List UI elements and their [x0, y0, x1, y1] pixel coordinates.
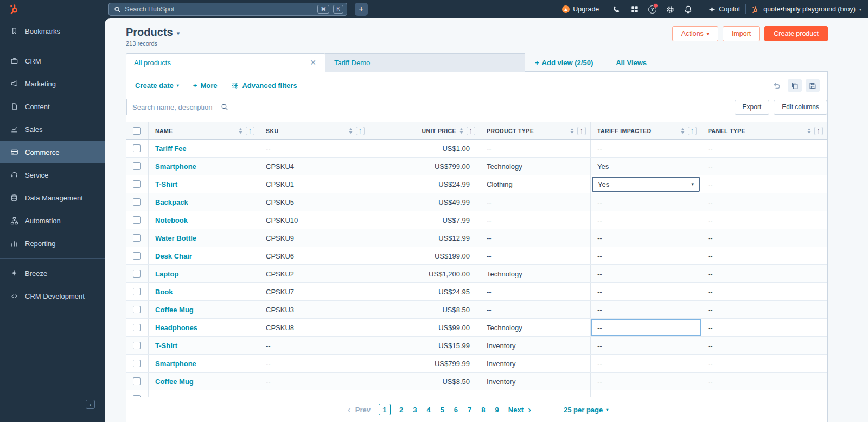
- row-checkbox[interactable]: [133, 288, 141, 295]
- table-row[interactable]: Laptop CPSKU2 US$1,200.00 Technology --▾…: [126, 265, 827, 283]
- sort-icon[interactable]: [459, 128, 463, 134]
- account-menu[interactable]: quote•hapily playground (broy) ▾: [751, 5, 861, 14]
- product-name-link[interactable]: Backpack: [155, 198, 188, 206]
- table-row[interactable]: Smartphone -- US$799.99 Inventory --▾ --: [126, 355, 827, 373]
- tariff-impacted-cell[interactable]: --▾: [591, 283, 701, 300]
- edit-columns-button[interactable]: Edit columns: [774, 100, 827, 115]
- prev-page-button[interactable]: Prev: [355, 406, 371, 414]
- copilot-button[interactable]: Copilot: [709, 5, 740, 13]
- product-name-link[interactable]: Backpack: [155, 395, 188, 398]
- product-name-link[interactable]: T-Shirt: [155, 342, 177, 350]
- global-search-input[interactable]: [125, 5, 314, 13]
- column-menu-icon[interactable]: ⋮: [467, 127, 475, 135]
- sidebar-item-sales[interactable]: Sales: [0, 118, 105, 141]
- product-name-link[interactable]: Book: [155, 288, 173, 296]
- tariff-impacted-cell[interactable]: --▾: [591, 265, 701, 282]
- tariff-impacted-cell[interactable]: Yes▾: [591, 175, 701, 193]
- row-checkbox[interactable]: [133, 270, 141, 278]
- page-button-8[interactable]: 8: [481, 406, 485, 414]
- sidebar-item-commerce[interactable]: Commerce: [0, 141, 105, 163]
- tariff-impacted-cell[interactable]: --▾: [591, 301, 701, 318]
- phone-icon[interactable]: [608, 3, 626, 16]
- select-all-checkbox[interactable]: [133, 127, 141, 135]
- import-button[interactable]: Import: [723, 26, 760, 41]
- sidebar-item-bookmarks[interactable]: Bookmarks: [0, 20, 105, 42]
- sidebar-item-marketing[interactable]: Marketing: [0, 72, 105, 95]
- tariff-impacted-cell[interactable]: Yes▾: [591, 158, 701, 175]
- product-name-link[interactable]: Notebook: [155, 216, 188, 224]
- column-header-name[interactable]: NAME ⋮: [149, 122, 259, 139]
- product-name-link[interactable]: Smartphone: [155, 162, 196, 171]
- table-row[interactable]: T-Shirt -- US$15.99 Inventory --▾ --: [126, 337, 827, 355]
- sort-icon[interactable]: [239, 128, 242, 134]
- column-menu-icon[interactable]: ⋮: [577, 127, 586, 135]
- table-row[interactable]: Desk Chair CPSKU6 US$199.00 -- --▾ --: [126, 247, 827, 265]
- tariff-impacted-cell[interactable]: --▾: [591, 229, 701, 247]
- page-button-1[interactable]: 1: [379, 404, 391, 415]
- sort-icon[interactable]: [570, 128, 574, 134]
- sort-icon[interactable]: [349, 128, 353, 134]
- product-name-link[interactable]: Coffee Mug: [155, 377, 194, 386]
- sidebar-item-breeze[interactable]: Breeze: [0, 262, 105, 285]
- sidebar-item-content[interactable]: Content: [0, 95, 105, 118]
- product-name-link[interactable]: Tariff Fee: [155, 144, 187, 153]
- page-button-2[interactable]: 2: [399, 406, 403, 414]
- table-row[interactable]: Coffee Mug CPSKU3 US$8.50 -- --▾ --: [126, 301, 827, 319]
- help-icon[interactable]: ?: [643, 3, 661, 16]
- marketplace-icon[interactable]: [626, 3, 643, 16]
- row-checkbox[interactable]: [133, 342, 141, 349]
- sidebar-collapse-button[interactable]: ‹: [86, 400, 95, 409]
- product-name-link[interactable]: Desk Chair: [155, 252, 192, 260]
- settings-gear-icon[interactable]: [661, 3, 679, 16]
- save-view-icon[interactable]: [806, 79, 820, 92]
- table-row[interactable]: Backpack CPSKU5 US$49.99 -- --▾ --: [126, 193, 827, 211]
- product-name-link[interactable]: Smartphone: [155, 360, 196, 368]
- upgrade-button[interactable]: Upgrade: [562, 5, 599, 13]
- sidebar-item-crm-development[interactable]: CRM Development: [0, 285, 105, 307]
- column-menu-icon[interactable]: ⋮: [688, 127, 697, 135]
- page-button-3[interactable]: 3: [413, 406, 417, 414]
- create-date-filter[interactable]: Create date ▾: [135, 81, 179, 90]
- product-name-link[interactable]: Laptop: [155, 270, 178, 278]
- page-title-dropdown[interactable]: Products ▾: [126, 26, 180, 39]
- tariff-impacted-cell[interactable]: --▾: [591, 373, 701, 390]
- next-chevron-icon[interactable]: ›: [526, 405, 533, 414]
- tab-tariff-demo[interactable]: Tariff Demo: [326, 53, 525, 72]
- sort-icon[interactable]: [681, 128, 685, 134]
- tariff-impacted-cell[interactable]: --▾: [591, 140, 701, 157]
- page-button-9[interactable]: 9: [495, 406, 499, 414]
- all-views-link[interactable]: All Views: [616, 59, 647, 67]
- undo-icon[interactable]: [770, 79, 784, 92]
- row-checkbox[interactable]: [133, 306, 141, 313]
- column-header-tariff-impacted[interactable]: TARIFF IMPACTED ⋮: [591, 122, 701, 139]
- column-menu-icon[interactable]: ⋮: [356, 127, 365, 135]
- product-name-link[interactable]: Coffee Mug: [155, 306, 194, 314]
- table-row[interactable]: Backpack -- US$49.00 Inventory --▾ --: [126, 390, 827, 397]
- sidebar-item-automation[interactable]: Automation: [0, 209, 105, 232]
- row-checkbox[interactable]: [133, 234, 141, 242]
- page-button-4[interactable]: 4: [426, 406, 430, 414]
- close-icon[interactable]: ✕: [309, 58, 317, 67]
- table-row[interactable]: Book CPSKU7 US$24.95 -- --▾ --: [126, 283, 827, 301]
- copy-view-icon[interactable]: [788, 79, 802, 92]
- table-row[interactable]: Headphones CPSKU8 US$99.00 Technology --…: [126, 319, 827, 337]
- sidebar-item-data-management[interactable]: Data Management: [0, 186, 105, 209]
- export-button[interactable]: Export: [735, 100, 770, 115]
- table-search-input[interactable]: [132, 103, 218, 111]
- table-row[interactable]: Tariff Fee -- US$1.00 -- --▾ --: [126, 140, 827, 158]
- more-filters[interactable]: + More: [193, 81, 218, 90]
- row-checkbox[interactable]: [133, 162, 141, 170]
- table-row[interactable]: Notebook CPSKU10 US$7.99 -- --▾ --: [126, 211, 827, 229]
- sidebar-item-service[interactable]: Service: [0, 163, 105, 186]
- tariff-impacted-cell[interactable]: --▾: [591, 337, 701, 354]
- tariff-impacted-cell[interactable]: --▾: [591, 247, 701, 264]
- page-button-7[interactable]: 7: [468, 406, 471, 414]
- per-page-select[interactable]: 25 per page ▾: [564, 406, 608, 414]
- product-name-link[interactable]: Water Bottle: [155, 234, 196, 242]
- column-menu-icon[interactable]: ⋮: [246, 127, 254, 135]
- global-search[interactable]: ⌘ K: [108, 3, 347, 16]
- row-checkbox[interactable]: [133, 198, 141, 206]
- table-row[interactable]: Water Bottle CPSKU9 US$12.99 -- --▾ --: [126, 229, 827, 247]
- product-name-link[interactable]: T-Shirt: [155, 180, 177, 188]
- table-row[interactable]: Smartphone CPSKU4 US$799.00 Technology Y…: [126, 158, 827, 175]
